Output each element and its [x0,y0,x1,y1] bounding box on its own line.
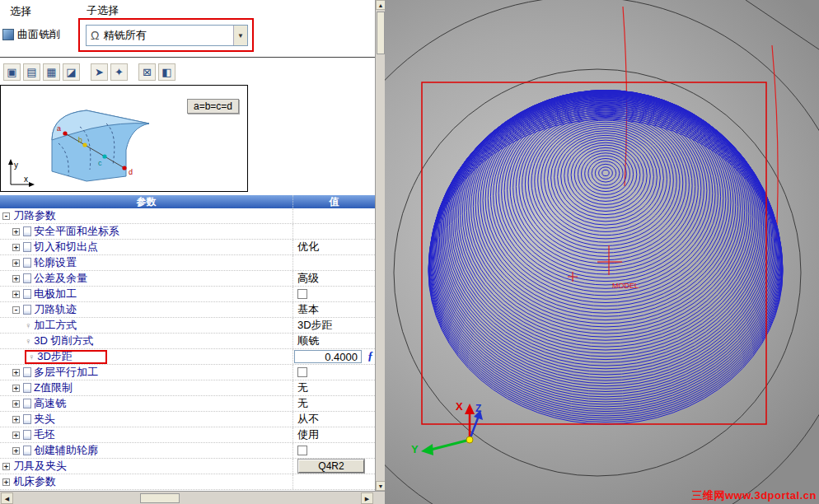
table-row[interactable]: -刀路轨迹基本 [0,302,375,318]
operation-panel: 选择 子选择 曲面铣削 Ω 精铣所有 ▼ ▣▤▦◪➤✦⊠◧ [0,0,375,504]
parameter-value-cell [293,224,375,239]
toolbar-icon-4[interactable]: ◪ [63,63,80,81]
table-row[interactable]: +安全平面和坐标系 [0,224,375,240]
table-row[interactable]: +毛坯使用 [0,427,375,443]
table-row[interactable]: -刀路参数 [0,208,375,224]
toolbar-icon-6[interactable]: ✦ [110,63,128,81]
table-row[interactable]: +Z值限制无 [0,380,375,396]
parameter-group-icon [23,430,31,440]
parameter-name-cell: +公差及余量 [0,271,293,286]
operation-name: 曲面铣削 [17,27,60,42]
parameter-name-cell: ♀3D 切削方式 [0,334,293,348]
parameter-name-cell: +Z值限制 [0,380,293,395]
table-row[interactable]: +机床参数 [0,474,375,490]
parameter-value: 高级 [297,271,319,286]
checkbox[interactable] [297,289,307,299]
expand-icon[interactable]: + [12,275,20,282]
table-row[interactable]: +刀具及夹头Q4R2 [0,459,375,474]
point-b-label: b [78,136,82,144]
table-row[interactable]: +多层平行加工 [0,365,375,380]
finish-mill-icon: Ω [91,30,99,41]
scroll-right-icon[interactable]: ▶ [361,492,373,504]
expand-icon[interactable]: + [12,244,20,251]
parameter-label: 创建辅助轮廓 [34,443,98,458]
app-window: 选择 子选择 曲面铣削 Ω 精铣所有 ▼ ▣▤▦◪➤✦⊠◧ [0,0,819,504]
checkbox[interactable] [297,367,307,377]
table-row[interactable]: +公差及余量高级 [0,271,375,287]
table-row[interactable]: ♀3D步距0.4000ƒ [0,349,375,365]
expand-icon[interactable]: + [12,385,20,392]
table-row[interactable]: +电极加工 [0,287,375,302]
parameter-label: 电极加工 [34,287,77,301]
table-row[interactable]: ♀3D 切削方式顺铣 [0,334,375,349]
scroll-left-icon[interactable]: ◀ [1,492,13,504]
parameter-label: 3D步距 [37,349,73,364]
parameter-name-cell: +夹头 [0,412,293,427]
parameter-label: 安全平面和坐标系 [34,224,119,239]
chevron-down-icon[interactable]: ▼ [233,26,247,45]
checkbox[interactable] [297,446,307,455]
parameter-name-cell: -刀路参数 [0,208,293,223]
expand-icon[interactable]: + [12,432,20,439]
suboperation-combo[interactable]: Ω 精铣所有 ▼ [86,25,248,46]
operation-selector[interactable]: 曲面铣削 [2,27,60,42]
expand-icon[interactable]: + [12,447,20,455]
parameter-value: 从不 [297,412,319,427]
tool-select-button[interactable]: Q4R2 [298,460,364,473]
subselect-highlight-box: Ω 精铣所有 ▼ [78,18,254,52]
toolbar-icon-7[interactable]: ⊠ [138,63,156,81]
expand-icon[interactable]: + [12,400,20,408]
expand-icon[interactable]: + [12,291,20,298]
parameter-group-icon [23,273,31,283]
parameter-value-cell [293,443,375,458]
parameter-group-icon [23,242,31,252]
vertical-scroll-thumb[interactable] [377,12,385,54]
viewport-3d[interactable]: MODELXZY 三维网www.3dportal.cn [385,0,819,504]
parameter-value: 3D步距 [297,318,333,333]
value-column-header: 值 [293,195,375,208]
horizontal-scroll-thumb[interactable] [140,493,180,503]
vertical-scrollbar[interactable]: ▲ ▼ [375,0,385,491]
parameter-label: 夹头 [34,412,55,427]
toolbar-icon-2[interactable]: ▤ [23,63,40,81]
parameter-value-cell [293,365,375,380]
horizontal-scrollbar[interactable]: ◀ ▶ [0,491,385,504]
preview-axis-y: y [14,161,18,170]
table-row[interactable]: +轮廓设置 [0,255,375,271]
value-edit-field[interactable]: 0.4000 [294,350,362,363]
parameter-value-cell [293,287,375,301]
toolbar-icon-5[interactable]: ➤ [91,63,108,81]
viewport-canvas[interactable]: MODELXZY [385,0,819,504]
expand-icon[interactable]: + [2,478,10,486]
table-row[interactable]: +创建辅助轮廓 [0,443,375,459]
expand-icon[interactable]: + [12,228,20,236]
parameter-name-cell: +切入和切出点 [0,240,293,254]
parameter-label: 切入和切出点 [34,240,98,254]
table-row[interactable]: +高速铣无 [0,396,375,412]
parameter-value-cell: 无 [293,396,375,411]
parameter-value: 使用 [297,427,319,442]
collapse-icon[interactable]: - [12,306,20,314]
toolbar-icon-1[interactable]: ▣ [3,63,21,81]
table-row[interactable]: +切入和切出点优化 [0,240,375,255]
select-label: 选择 [10,4,31,19]
parameter-name-cell: +高速铣 [0,396,293,411]
expand-icon[interactable]: + [12,416,20,423]
table-row[interactable]: +夹头从不 [0,412,375,427]
parameter-value-cell: 从不 [293,412,375,427]
function-icon[interactable]: ƒ [367,350,373,363]
table-row[interactable]: ♀加工方式3D步距 [0,318,375,334]
toolbar-icon-3[interactable]: ▦ [43,63,60,81]
parameter-value: 顺铣 [297,334,319,348]
expand-icon[interactable]: + [12,369,20,376]
toolbar-icon-8[interactable]: ◧ [158,63,176,81]
parameter-label: 公差及余量 [34,271,87,286]
parameter-name-cell: +轮廓设置 [0,255,293,270]
watermark: 三维网www.3dportal.cn [691,488,817,503]
parameter-value-cell: 0.4000ƒ [293,349,375,364]
expand-icon[interactable]: + [2,463,10,470]
expand-icon[interactable]: + [12,259,20,267]
toolbar: ▣▤▦◪➤✦⊠◧ [0,60,375,83]
collapse-icon[interactable]: - [2,212,10,220]
parameter-label: 机床参数 [13,474,56,489]
